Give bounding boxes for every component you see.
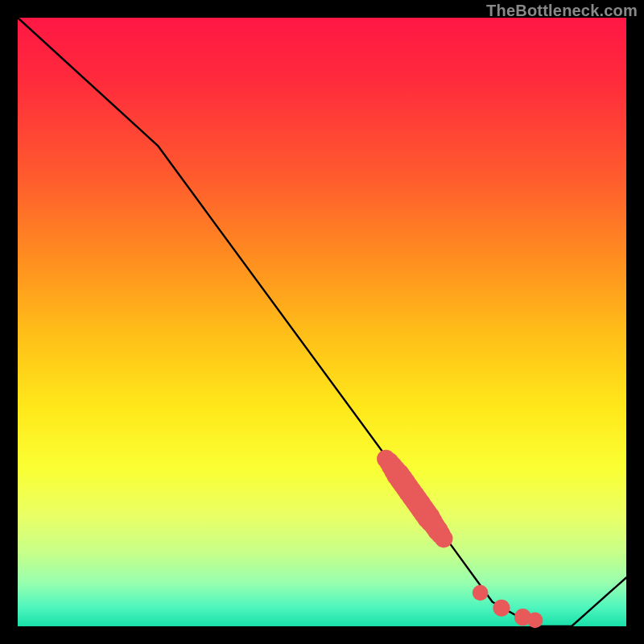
scatter-point (527, 613, 543, 629)
scatter-point (493, 600, 510, 617)
chart-svg (18, 18, 626, 626)
scatter-group (377, 450, 543, 628)
watermark-label: TheBottleneck.com (486, 2, 638, 20)
chart-container: TheBottleneck.com (0, 0, 644, 644)
scatter-point (435, 530, 453, 548)
curve-line (18, 18, 626, 626)
scatter-point (473, 585, 489, 601)
